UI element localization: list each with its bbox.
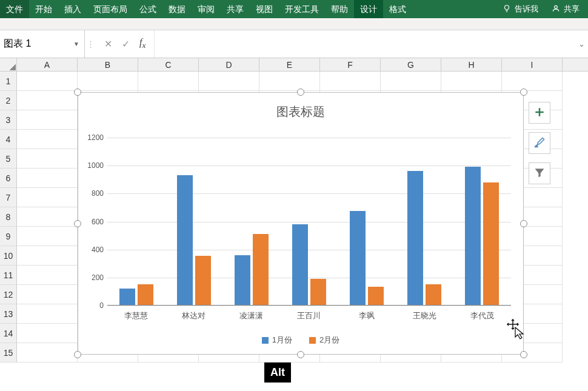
row-header[interactable]: 9 bbox=[0, 227, 17, 246]
bar-group[interactable] bbox=[222, 138, 280, 306]
legend-item-1[interactable]: 1月份 bbox=[262, 335, 292, 346]
bar-group[interactable] bbox=[280, 138, 338, 306]
cell[interactable] bbox=[17, 169, 78, 188]
col-header[interactable]: D bbox=[199, 58, 259, 71]
plot-area[interactable]: 020040060080010001200 李慧慧林达对凌潇潇王百川李飒王晓光李… bbox=[107, 138, 511, 306]
cell[interactable] bbox=[502, 72, 563, 91]
ribbon-tab-layout[interactable]: 页面布局 bbox=[87, 0, 133, 18]
bar[interactable] bbox=[292, 224, 308, 306]
row-header[interactable]: 4 bbox=[0, 130, 17, 149]
ribbon-tab-review[interactable]: 审阅 bbox=[192, 0, 221, 18]
ribbon-tab-formulas[interactable]: 公式 bbox=[133, 0, 162, 18]
cell[interactable] bbox=[17, 110, 78, 130]
ribbon-tab-help[interactable]: 帮助 bbox=[325, 0, 354, 18]
col-header[interactable]: F bbox=[320, 58, 381, 71]
col-header[interactable]: H bbox=[441, 58, 502, 71]
ribbon-tab-design[interactable]: 设计 bbox=[354, 0, 383, 18]
cell[interactable] bbox=[17, 246, 78, 266]
row-header[interactable]: 3 bbox=[0, 110, 17, 130]
ribbon-tab-developer[interactable]: 开发工具 bbox=[279, 0, 325, 18]
ribbon-tab-share-tab[interactable]: 共享 bbox=[221, 0, 250, 18]
cell[interactable] bbox=[17, 227, 78, 246]
name-box[interactable]: 图表 1 ▼ bbox=[0, 30, 85, 58]
resize-handle-br[interactable] bbox=[520, 351, 527, 358]
row-header[interactable]: 6 bbox=[0, 169, 17, 188]
bar-group[interactable] bbox=[453, 138, 511, 306]
col-header[interactable]: E bbox=[259, 58, 320, 71]
bar[interactable] bbox=[253, 234, 269, 306]
formula-input[interactable] bbox=[155, 30, 575, 58]
bar[interactable] bbox=[426, 284, 441, 306]
bar[interactable] bbox=[177, 175, 193, 306]
cell[interactable] bbox=[138, 72, 199, 91]
cell[interactable] bbox=[17, 207, 78, 227]
cell[interactable] bbox=[17, 343, 78, 363]
cell[interactable] bbox=[259, 72, 320, 91]
select-all-corner[interactable] bbox=[0, 58, 17, 71]
chart-styles-button[interactable] bbox=[529, 132, 550, 154]
bar-group[interactable] bbox=[338, 138, 396, 306]
tell-me[interactable]: 告诉我 bbox=[503, 4, 538, 15]
col-header[interactable]: G bbox=[381, 58, 441, 71]
chart-filter-button[interactable] bbox=[529, 162, 550, 184]
row-header[interactable]: 11 bbox=[0, 266, 17, 285]
col-header[interactable]: I bbox=[502, 58, 563, 71]
resize-handle-tm[interactable] bbox=[297, 89, 304, 96]
cell[interactable] bbox=[17, 285, 78, 304]
row-header[interactable]: 10 bbox=[0, 246, 17, 266]
row-header[interactable]: 14 bbox=[0, 324, 17, 343]
chart-object[interactable]: 图表标题 020040060080010001200 李慧慧林达对凌潇潇王百川李… bbox=[78, 92, 524, 355]
cell[interactable] bbox=[199, 72, 259, 91]
resize-handle-mr[interactable] bbox=[520, 220, 527, 227]
cell[interactable] bbox=[381, 72, 441, 91]
ribbon-tab-file[interactable]: 文件 bbox=[0, 0, 29, 18]
row-header[interactable]: 7 bbox=[0, 188, 17, 207]
resize-handle-tr[interactable] bbox=[520, 89, 527, 96]
ribbon-tab-view[interactable]: 视图 bbox=[250, 0, 279, 18]
cell[interactable] bbox=[17, 304, 78, 324]
row-header[interactable]: 1 bbox=[0, 72, 17, 91]
ribbon-tab-insert[interactable]: 插入 bbox=[58, 0, 87, 18]
col-header[interactable]: C bbox=[138, 58, 199, 71]
cell[interactable] bbox=[17, 149, 78, 169]
cell[interactable] bbox=[17, 324, 78, 343]
legend[interactable]: 1月份 2月份 bbox=[78, 335, 523, 346]
bar[interactable] bbox=[350, 211, 366, 306]
cell[interactable] bbox=[17, 72, 78, 91]
cell[interactable] bbox=[17, 91, 78, 110]
col-header[interactable]: B bbox=[78, 58, 138, 71]
ribbon-tab-format[interactable]: 格式 bbox=[383, 0, 412, 18]
resize-handle-ml[interactable] bbox=[74, 220, 81, 227]
bar[interactable] bbox=[195, 256, 211, 306]
bar[interactable] bbox=[483, 182, 499, 306]
legend-item-2[interactable]: 2月份 bbox=[309, 335, 339, 346]
resize-handle-bl[interactable] bbox=[74, 351, 81, 358]
col-header[interactable]: A bbox=[17, 58, 78, 71]
row-header[interactable]: 13 bbox=[0, 304, 17, 324]
bar[interactable] bbox=[465, 167, 481, 306]
row-header[interactable]: 5 bbox=[0, 149, 17, 169]
bar[interactable] bbox=[235, 255, 250, 306]
cell[interactable] bbox=[441, 72, 502, 91]
chart-elements-button[interactable] bbox=[529, 102, 550, 124]
bar-group[interactable] bbox=[396, 138, 453, 306]
bar[interactable] bbox=[119, 289, 135, 306]
name-box-dropdown-icon[interactable]: ▼ bbox=[68, 41, 84, 47]
cell[interactable] bbox=[17, 130, 78, 149]
resize-handle-bm[interactable] bbox=[297, 351, 304, 358]
ribbon-tab-data[interactable]: 数据 bbox=[162, 0, 192, 18]
fx-icon[interactable]: fx bbox=[139, 37, 145, 50]
bar[interactable] bbox=[407, 171, 423, 306]
bar-group[interactable] bbox=[107, 138, 165, 306]
bar[interactable] bbox=[138, 284, 153, 306]
fx-confirm-icon[interactable]: ✓ bbox=[122, 38, 130, 50]
formula-expand-icon[interactable]: ⌄ bbox=[575, 39, 588, 48]
row-header[interactable]: 8 bbox=[0, 207, 17, 227]
bar[interactable] bbox=[368, 287, 384, 306]
cell[interactable] bbox=[17, 188, 78, 207]
row-header[interactable]: 2 bbox=[0, 91, 17, 110]
cell[interactable] bbox=[17, 266, 78, 285]
row-header[interactable]: 12 bbox=[0, 285, 17, 304]
chart-title[interactable]: 图表标题 bbox=[78, 93, 523, 120]
share-button[interactable]: 共享 bbox=[552, 4, 580, 15]
